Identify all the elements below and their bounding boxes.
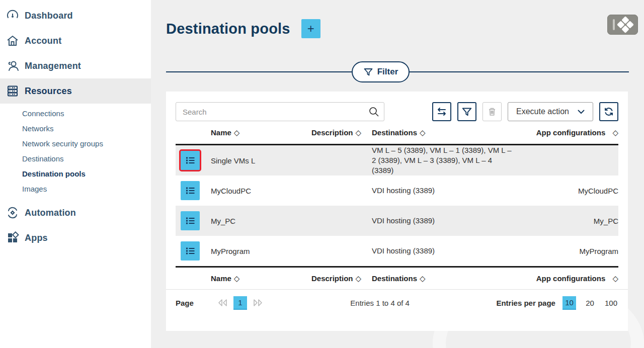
page-title: Destination pools [166,21,290,37]
page-label: Page [176,299,194,307]
funnel-icon [363,67,373,77]
gauge-icon [6,9,19,22]
search-input[interactable] [176,102,384,121]
table-body: Single VMs L VM L – 5 (3389), VM L – 1 (… [176,145,618,266]
swap-columns-button[interactable] [432,102,451,121]
sidebar-item-destinations[interactable]: Destinations [0,151,151,166]
sidebar-item-label: Resources [25,86,72,97]
column-header-destinations[interactable]: Destinations ◇ [372,274,520,283]
page-header: Destination pools + [166,19,628,38]
cell-name: MyCloudPC [211,187,311,195]
gear-sync-icon [6,206,19,219]
sidebar-item-automation[interactable]: Automation [0,200,151,225]
per-page-option-20[interactable]: 20 [583,296,597,310]
cell-app-configurations: MyProgram [520,247,618,255]
widget-overlay-button[interactable] [607,15,638,35]
pagination-bar: Page 1 Entries 1 to 4 of 4 Entries [176,290,618,316]
list-icon [185,215,196,226]
page-number-button[interactable]: 1 [233,296,247,310]
column-header-app-configurations[interactable]: App configurations ◇ [520,128,618,137]
funnel-icon [461,106,472,117]
sidebar-item-images[interactable]: Images [0,181,151,196]
list-icon [185,155,196,166]
sidebar-item-apps[interactable]: Apps [0,225,151,250]
sort-icon: ◇ [612,274,618,283]
filter-table-button[interactable] [457,102,476,121]
apps-grid-icon [6,231,19,244]
search-icon [368,106,379,119]
cell-destinations: VDI hosting (3389) [372,186,520,196]
sidebar-item-networks[interactable]: Networks [0,121,151,136]
filter-bar: Filter [166,61,628,82]
sidebar-item-label: Apps [25,233,48,243]
sidebar-item-account[interactable]: Account [0,28,151,53]
cell-app-configurations: MyCloudPC [520,187,618,195]
sort-icon: ◇ [420,128,426,137]
row-details-button[interactable] [181,211,200,230]
sidebar-item-dashboard[interactable]: Dashboard [0,3,151,28]
column-header-app-configurations[interactable]: App configurations ◇ [520,274,618,283]
sort-icon: ◇ [234,128,240,137]
table-row[interactable]: Single VMs L VM L – 5 (3389), VM L – 1 (… [176,145,618,176]
sidebar-item-label: Management [25,61,81,71]
execute-action-dropdown[interactable]: Execute action [508,102,593,121]
cell-name: Single VMs L [211,156,311,165]
user-gear-icon [6,59,19,72]
execute-action-label: Execute action [516,107,569,116]
per-page-option-10[interactable]: 10 [562,296,576,310]
sidebar-item-destination-pools[interactable]: Destination pools [0,166,151,181]
column-header-description[interactable]: Description ◇ [311,274,372,283]
sort-icon: ◇ [612,128,618,137]
sort-icon: ◇ [356,274,362,283]
cell-name: MyProgram [211,247,311,255]
destination-pools-panel: Execute action Name ◇ [166,92,628,331]
refresh-button[interactable] [599,102,618,121]
cell-destinations: VM L – 5 (3389), VM L – 1 (3389), VM L –… [372,145,520,176]
table-header: Name ◇ Description ◇ Destinations ◇ App … [176,121,618,145]
table-row[interactable]: My_PC VDI hosting (3389) My_PC [176,206,618,236]
refresh-icon [603,106,614,117]
column-header-name[interactable]: Name ◇ [211,128,311,137]
table-row[interactable]: MyCloudPC VDI hosting (3389) MyCloudPC [176,176,618,206]
delete-button[interactable] [482,102,502,121]
cell-destinations: VDI hosting (3389) [372,216,520,226]
column-header-name[interactable]: Name ◇ [211,274,311,283]
per-page-option-100[interactable]: 100 [604,296,618,310]
filter-button[interactable]: Filter [352,61,410,82]
sidebar: Dashboard Account Management Resources [0,0,151,348]
column-header-destinations[interactable]: Destinations ◇ [372,128,520,137]
sort-icon: ◇ [234,274,240,283]
table-toolbar: Execute action [176,102,618,121]
sidebar-item-label: Account [25,36,61,46]
sidebar-item-label: Dashboard [25,11,73,21]
row-details-button[interactable] [181,241,200,260]
list-icon [185,185,196,196]
sidebar-item-management[interactable]: Management [0,53,151,78]
entries-per-page-label: Entries per page [496,299,555,307]
table-row[interactable]: MyProgram VDI hosting (3389) MyProgram [176,236,618,266]
first-page-button[interactable] [217,298,229,308]
cell-name: My_PC [211,217,311,225]
table-footer-header: Name ◇ Description ◇ Destinations ◇ App … [176,266,618,289]
cell-app-configurations: My_PC [520,217,618,225]
sidebar-item-connections[interactable]: Connections [0,106,151,121]
trash-icon [487,107,497,117]
home-icon [6,34,19,47]
servers-icon [6,84,19,98]
sidebar-item-network-security-groups[interactable]: Network security groups [0,136,151,151]
chevron-down-icon [577,107,586,116]
row-details-button[interactable] [181,181,200,200]
entries-summary: Entries 1 to 4 of 4 [264,299,497,307]
main-content: Destination pools + Filter [151,0,644,348]
last-page-button[interactable] [252,298,264,308]
sidebar-item-resources[interactable]: Resources [0,78,151,104]
add-destination-pool-button[interactable]: + [301,19,320,38]
resources-sub-menu: Connections Networks Network security gr… [0,104,151,200]
widget-bar [613,19,615,30]
swap-arrows-icon [436,106,447,117]
sidebar-item-label: Automation [25,208,76,218]
sort-icon: ◇ [356,128,362,137]
column-header-description[interactable]: Description ◇ [311,128,372,137]
sort-icon: ◇ [420,274,426,283]
row-details-button[interactable] [181,151,200,170]
